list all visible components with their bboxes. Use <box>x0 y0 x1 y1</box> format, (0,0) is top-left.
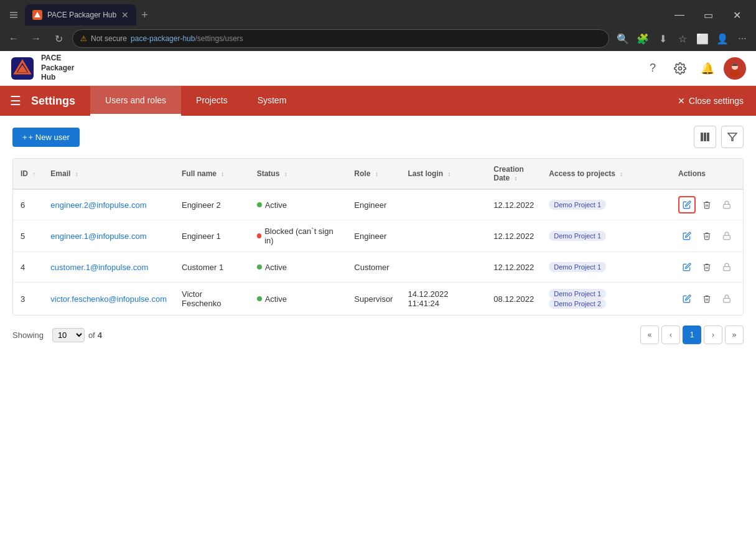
edit-btn[interactable] <box>678 290 696 307</box>
cell-email: victor.feschenko@infopulse.com <box>43 283 174 316</box>
profile-icon[interactable]: 👤 <box>714 30 731 47</box>
toolbar-right <box>694 126 744 148</box>
app-container: PACE Packager Hub ? 🔔 <box>0 51 756 534</box>
cell-actions <box>671 283 743 316</box>
tab-sidebar-btn[interactable] <box>5 6 22 24</box>
cell-creation: 12.12.2022 <box>486 189 541 220</box>
favorites-icon[interactable]: ☆ <box>674 30 691 47</box>
maximize-btn[interactable]: ▭ <box>694 4 722 26</box>
collections-icon[interactable]: ⬜ <box>694 30 711 47</box>
edit-btn[interactable] <box>678 227 696 245</box>
close-btn[interactable]: ✕ <box>722 4 751 26</box>
edit-btn[interactable] <box>678 258 696 276</box>
download-icon[interactable]: ⬇ <box>654 30 671 47</box>
email-link[interactable]: customer.1@infopulse.com <box>50 263 148 272</box>
delete-btn[interactable] <box>698 227 716 245</box>
svg-rect-2 <box>10 17 17 17</box>
project-badge: Demo Project 1 <box>549 231 606 241</box>
sort-email-icon[interactable]: ↕ <box>75 171 78 177</box>
sort-access-icon[interactable]: ↕ <box>620 171 623 177</box>
per-page-select[interactable]: 10 25 50 100 <box>52 328 85 342</box>
columns-toggle-btn[interactable] <box>694 126 716 148</box>
user-avatar[interactable] <box>724 57 746 80</box>
cell-email: customer.1@infopulse.com <box>43 252 174 283</box>
first-page-btn[interactable]: « <box>640 326 659 344</box>
delete-btn[interactable] <box>698 196 716 213</box>
sort-id-icon[interactable]: ↑ <box>32 171 35 177</box>
minimize-btn[interactable]: — <box>665 4 694 26</box>
notifications-btn[interactable]: 🔔 <box>696 57 719 80</box>
cell-status: Blocked (can`t sign in) <box>250 220 347 252</box>
url-text: pace-packager-hub/settings/users <box>131 34 243 43</box>
action-buttons <box>678 258 735 276</box>
table-row: 6engineer.2@infopulse.comEngineer 2Activ… <box>13 189 743 220</box>
new-user-label: + New user <box>29 133 70 142</box>
url-bar[interactable]: ⚠ Not secure pace-packager-hub/settings/… <box>72 29 609 48</box>
next-page-btn[interactable]: › <box>704 326 722 344</box>
extensions-icon[interactable]: 🧩 <box>634 30 651 47</box>
status-text: Active <box>265 294 287 304</box>
edit-btn[interactable] <box>678 196 696 213</box>
svg-rect-12 <box>704 133 706 141</box>
email-link[interactable]: engineer.2@infopulse.com <box>50 200 146 210</box>
sort-fullname-icon[interactable]: ↕ <box>221 171 224 177</box>
sort-status-icon[interactable]: ↕ <box>284 171 287 177</box>
logo: PACE Packager Hub <box>10 54 74 83</box>
prev-page-btn[interactable]: ‹ <box>661 326 680 344</box>
lock-btn[interactable] <box>718 227 735 245</box>
lock-btn[interactable] <box>718 196 735 213</box>
email-link[interactable]: victor.feschenko@infopulse.com <box>50 294 167 304</box>
active-tab[interactable]: PACE Packager Hub ✕ <box>25 4 136 26</box>
new-user-btn[interactable]: + + New user <box>12 128 80 147</box>
cell-role: Engineer <box>347 220 400 252</box>
back-btn[interactable]: ← <box>5 30 22 47</box>
new-tab-btn[interactable]: + <box>141 9 148 22</box>
delete-btn[interactable] <box>698 258 716 276</box>
search-icon[interactable]: 🔍 <box>614 30 632 47</box>
col-actions: Actions <box>671 159 743 189</box>
lock-btn[interactable] <box>718 290 735 307</box>
status-dot <box>257 265 262 269</box>
cell-actions <box>671 220 743 252</box>
more-icon[interactable]: ··· <box>734 30 751 47</box>
security-warning-icon: ⚠ <box>80 34 87 43</box>
cell-actions <box>671 189 743 220</box>
svg-rect-18 <box>724 298 730 302</box>
tab-projects[interactable]: Projects <box>181 86 243 116</box>
sort-creation-icon[interactable]: ↕ <box>515 175 518 182</box>
sort-role-icon[interactable]: ↕ <box>375 171 378 177</box>
sort-lastlogin-icon[interactable]: ↕ <box>447 171 450 177</box>
status-text: Blocked (can`t sign in) <box>264 227 339 245</box>
delete-btn[interactable] <box>698 290 716 307</box>
hamburger-icon[interactable]: ☰ <box>10 93 21 108</box>
refresh-btn[interactable]: ↻ <box>50 30 67 47</box>
forward-btn[interactable]: → <box>27 30 45 47</box>
svg-marker-3 <box>34 12 40 17</box>
filter-btn[interactable] <box>721 126 744 148</box>
col-fullname: Full name ↕ <box>174 159 250 189</box>
url-path: /settings/users <box>195 34 243 43</box>
cell-creation: 12.12.2022 <box>486 252 541 283</box>
tab-close-btn[interactable]: ✕ <box>121 10 129 20</box>
svg-rect-0 <box>10 12 17 12</box>
close-settings-btn[interactable]: ✕ Close settings <box>665 86 756 116</box>
svg-rect-17 <box>724 266 730 270</box>
svg-point-7 <box>679 67 682 70</box>
project-badge: Demo Project 1 <box>549 262 606 272</box>
last-page-btn[interactable]: » <box>725 326 744 344</box>
tab-system[interactable]: System <box>243 86 302 116</box>
users-table-container: ID ↑ Email ↕ Full name ↕ <box>12 158 744 316</box>
cell-lastlogin <box>400 252 486 283</box>
settings-gear-btn[interactable] <box>669 57 691 80</box>
svg-point-9 <box>730 70 740 77</box>
cell-status: Active <box>250 283 347 316</box>
col-lastlogin: Last login ↕ <box>400 159 486 189</box>
status-text: Active <box>265 200 287 210</box>
new-user-plus-icon: + <box>22 133 27 142</box>
page-1-btn[interactable]: 1 <box>683 326 701 344</box>
tab-users-roles[interactable]: Users and roles <box>90 86 181 116</box>
security-warning-text: Not secure <box>91 34 127 43</box>
help-btn[interactable]: ? <box>642 57 664 80</box>
lock-btn[interactable] <box>718 258 735 276</box>
email-link[interactable]: engineer.1@infopulse.com <box>50 232 146 241</box>
